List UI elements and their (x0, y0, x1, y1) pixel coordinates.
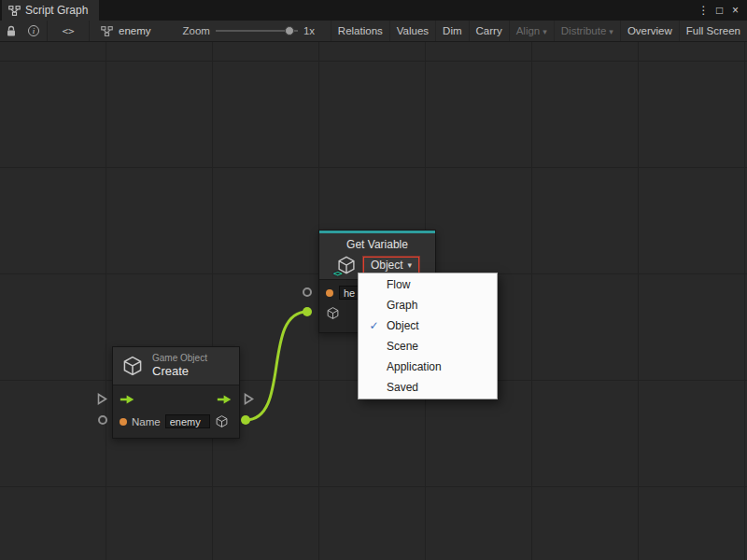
fullscreen-button[interactable]: Full Screen (679, 21, 747, 41)
getvar-target-port-connected[interactable] (303, 307, 312, 316)
window-menu-icon[interactable]: ⋮ (696, 4, 712, 17)
menu-item-label: Object (387, 319, 419, 332)
create-flow-in-port[interactable] (97, 393, 107, 405)
string-port-dot[interactable] (326, 289, 333, 297)
maximize-icon[interactable]: □ (712, 4, 727, 17)
align-button[interactable]: Align ▾ (509, 21, 554, 41)
info-glyph: i (28, 25, 39, 36)
name-input[interactable] (165, 414, 210, 428)
name-port-label: Name (132, 416, 161, 427)
breadcrumb-label: enemy (119, 25, 151, 36)
create-flow-out-port[interactable] (244, 393, 254, 405)
lock-icon[interactable] (0, 25, 22, 37)
menu-item-graph[interactable]: Graph (359, 295, 497, 315)
distribute-label: Distribute (561, 25, 607, 36)
close-icon[interactable]: × (727, 4, 743, 17)
breadcrumb[interactable]: enemy (92, 25, 161, 36)
gameobject-port-icon[interactable] (326, 306, 340, 320)
menu-item-label: Scene (387, 340, 418, 353)
tab-title: Script Graph (25, 4, 88, 17)
menu-item-scene[interactable]: Scene (359, 336, 497, 357)
chevron-down-icon: ▾ (609, 27, 613, 36)
align-label: Align (516, 25, 541, 36)
check-icon: ✓ (368, 319, 380, 332)
scope-dropdown-menu: Flow Graph ✓ Object Scene Application Sa… (358, 273, 498, 399)
code-icon[interactable]: <> (49, 25, 87, 37)
tab-script-graph[interactable]: Script Graph (2, 0, 99, 21)
menu-item-label: Saved (387, 381, 418, 394)
zoom-value: 1x (303, 25, 315, 36)
chevron-down-icon: ▾ (408, 260, 413, 270)
flow-input-arrow-icon[interactable] (120, 394, 135, 405)
distribute-button[interactable]: Distribute ▾ (554, 21, 620, 41)
create-node[interactable]: Game Object Create Name (112, 346, 240, 439)
zoom-label: Zoom (183, 25, 210, 36)
menu-item-application[interactable]: Application (359, 357, 497, 377)
graph-icon (101, 26, 113, 36)
create-output-port-connected[interactable] (241, 415, 250, 425)
titlebar: Script Graph ⋮ □ × (0, 0, 747, 21)
menu-item-label: Application (387, 360, 442, 373)
menu-item-object[interactable]: ✓ Object (359, 315, 497, 336)
node-title: Get Variable (325, 238, 430, 251)
menu-item-saved[interactable]: Saved (359, 377, 497, 398)
toolbar-divider (89, 21, 90, 41)
gameobject-output-icon[interactable] (215, 414, 229, 428)
values-button[interactable]: Values (389, 21, 435, 41)
code-overlay-icon: <> (333, 269, 342, 278)
graph-canvas[interactable]: Get Variable <> Object ▾ (0, 42, 747, 560)
overview-button[interactable]: Overview (620, 21, 679, 41)
zoom-slider[interactable] (216, 21, 298, 41)
create-node-titles: Game Object Create (152, 353, 207, 380)
menu-item-label: Flow (387, 278, 410, 291)
variable-scope-dropdown[interactable]: Object ▾ (363, 257, 419, 273)
toolbar-buttons: Relations Values Dim Carry Align ▾ Distr… (331, 21, 747, 41)
lock-glyph (6, 25, 17, 37)
carry-button[interactable]: Carry (469, 21, 509, 41)
zoom-handle[interactable] (285, 26, 294, 35)
node-category: Game Object (152, 353, 207, 365)
menu-item-flow[interactable]: Flow (359, 274, 497, 295)
variable-object-icon: <> (335, 255, 358, 275)
scope-value: Object (371, 259, 403, 272)
window-controls: ⋮ □ × (696, 0, 747, 21)
chevron-down-icon: ▾ (543, 27, 547, 36)
dim-button[interactable]: Dim (435, 21, 468, 41)
graph-toolbar: i <> enemy Zoom 1x Relations Values Dim … (0, 21, 747, 42)
create-name-port[interactable] (98, 415, 107, 425)
getvar-name-port[interactable] (303, 287, 312, 297)
script-graph-icon (8, 6, 21, 16)
create-node-body: Name (113, 385, 239, 438)
flow-output-arrow-icon[interactable] (217, 394, 233, 405)
menu-item-label: Graph (387, 299, 417, 312)
string-port-dot[interactable] (120, 418, 127, 426)
relations-button[interactable]: Relations (331, 21, 389, 41)
gameobject-cube-icon (121, 355, 144, 377)
info-icon[interactable]: i (22, 25, 45, 36)
toolbar-divider (47, 21, 48, 41)
create-node-header: Game Object Create (113, 347, 239, 385)
node-title: Create (152, 364, 207, 379)
